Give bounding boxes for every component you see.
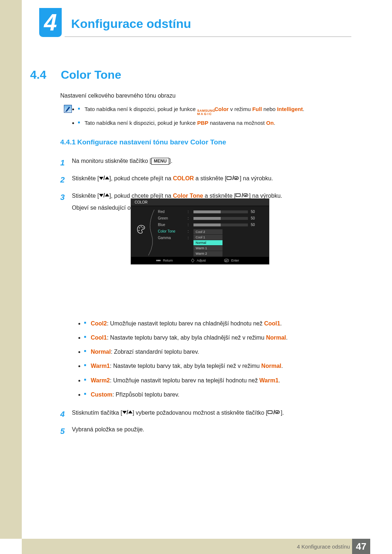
- osd-curve: [147, 209, 156, 256]
- step-text: ].: [169, 158, 172, 164]
- svg-marker-0: [99, 177, 103, 180]
- step-body: Vybraná položka se použije.: [72, 424, 351, 438]
- osd-bar-green: [193, 217, 248, 220]
- keyword: Color Tone: [173, 192, 203, 198]
- section-heading: 4.4 Color Tone: [30, 68, 121, 82]
- osd-bar-blue: [193, 223, 248, 226]
- osd-value: 50: [251, 216, 255, 223]
- tone-item-custom: Custom: Přizpůsobí teplotu barev.: [84, 390, 351, 399]
- step-text: ] na výrobku.: [249, 192, 282, 198]
- subsection-title: Konfigurace nastavení tónu barev Color T…: [77, 138, 226, 146]
- step-5: 5 Vybraná položka se použije.: [60, 424, 351, 438]
- note-text: Tato nabídka není k dispozici, pokud je …: [85, 120, 197, 126]
- step-2: 2 Stiskněte [/], pokud chcete přejít na …: [60, 173, 351, 186]
- step-text: ] vyberte požadovanou možnost a stisknět…: [132, 409, 268, 415]
- desc-text: .: [278, 377, 280, 383]
- desc-text: .: [280, 320, 282, 327]
- tone-desc-list: Cool2: Umožňuje nastavit teplotu barev n…: [84, 319, 351, 399]
- step-text: ].: [281, 409, 284, 415]
- desc-text: : Přizpůsobí teplotu barev.: [113, 391, 180, 398]
- svg-marker-24: [225, 260, 226, 262]
- osd-colons: :::::: [188, 210, 189, 242]
- step-text: a stiskněte [: [194, 175, 226, 181]
- page-footer: 4 Konfigurace odstínu 47: [22, 539, 370, 554]
- tone-item-warm2: Warm2: Umožňuje nastavit teplotu barev n…: [84, 376, 351, 385]
- tone-item-warm1: Warm1: Nastavte teplotu barvy tak, aby b…: [84, 361, 351, 371]
- chapter-rule: [65, 36, 351, 37]
- svg-marker-9: [244, 195, 245, 196]
- svg-marker-11: [128, 411, 132, 414]
- down-up-arrows-icon: /: [99, 173, 109, 183]
- step-text: ], pokud chcete přejít na: [109, 192, 173, 198]
- svg-marker-6: [105, 194, 109, 197]
- keyword: Warm1: [260, 377, 279, 383]
- keyword: Cool1: [264, 320, 280, 327]
- steps-list: 1 Na monitoru stiskněte tlačítko [MENU].…: [60, 152, 351, 438]
- keyword: Cool2: [91, 320, 107, 327]
- chapter-title: Konfigurace odstínu: [71, 17, 191, 31]
- subsection-number: 4.4.1: [60, 138, 75, 146]
- desc-text: : Nastavte teplotu barvy tak, aby byla t…: [110, 363, 261, 369]
- svg-marker-4: [235, 178, 236, 179]
- step-body: Na monitoru stiskněte tlačítko [MENU].: [72, 156, 351, 169]
- osd-label: Gamma: [158, 236, 175, 242]
- keyword: Warm2: [91, 377, 110, 383]
- osd-adjust: Adjust: [191, 259, 206, 262]
- keyword: Warm1: [91, 363, 110, 369]
- step-text: Stisknutím tlačítka [: [72, 409, 122, 415]
- note-text: nastavena na možnost: [208, 120, 266, 126]
- desc-text: .: [286, 335, 287, 341]
- step-number: 3: [60, 190, 67, 404]
- svg-point-17: [143, 227, 144, 229]
- svg-rect-23: [224, 259, 229, 262]
- osd-label: Red: [158, 210, 175, 216]
- osd-footer-label: Return: [163, 259, 173, 262]
- keyword: Normal: [266, 335, 286, 341]
- keyword: Normal: [261, 363, 281, 369]
- note-item: Tato nabídka není k dispozici, pokud je …: [78, 119, 304, 127]
- osd-labels: Red Green Blue Color Tone Gamma: [158, 210, 175, 242]
- step-text: Stiskněte [: [72, 192, 99, 198]
- keyword: Normal: [91, 349, 111, 355]
- svg-rect-21: [159, 260, 160, 261]
- svg-rect-2: [227, 177, 231, 180]
- svg-marker-14: [276, 412, 277, 413]
- osd-title: COLOR: [131, 199, 269, 206]
- osd-footer: Return Adjust Enter: [131, 257, 269, 264]
- osd-label: Green: [158, 216, 175, 223]
- step-number: 2: [60, 173, 67, 186]
- page-number: 47: [352, 539, 370, 554]
- step-text: ] na výrobku.: [240, 175, 273, 181]
- osd-enter: Enter: [224, 259, 239, 262]
- desc-text: .: [281, 363, 283, 369]
- desc-text: : Zobrazí standardní teplotu barev.: [111, 349, 199, 355]
- step-number: 1: [60, 156, 67, 169]
- svg-rect-12: [268, 411, 272, 414]
- step-number: 5: [60, 424, 67, 438]
- section-title: Color Tone: [61, 68, 121, 81]
- osd-value: 50: [251, 223, 255, 229]
- step-body: Stiskněte [/], pokud chcete přejít na CO…: [72, 173, 351, 186]
- step-text: a stiskněte [: [203, 192, 236, 198]
- osd-value: 50: [251, 210, 255, 216]
- intro-text: Nastavení celkového barevného tónu obraz…: [60, 93, 176, 99]
- osd-label-active: Color Tone: [158, 229, 175, 236]
- keyword: Custom: [91, 391, 113, 398]
- tone-item-normal: Normal: Zobrazí standardní teplotu barev…: [84, 347, 351, 357]
- source-enter-icon: /: [268, 407, 281, 417]
- osd-footer-label: Adjust: [197, 259, 206, 262]
- note-text: .: [303, 106, 304, 112]
- desc-text: : Umožňuje nastavit teplotu barev na chl…: [107, 320, 264, 327]
- step-text: Stiskněte [: [72, 175, 99, 181]
- note-text: nebo: [262, 106, 277, 112]
- source-enter-icon: /: [226, 173, 240, 183]
- subsection-heading: 4.4.1 Konfigurace nastavení tónu barev C…: [60, 138, 226, 146]
- svg-rect-8: [244, 194, 248, 197]
- svg-rect-3: [234, 177, 238, 180]
- keyword: Intelligent: [277, 106, 303, 112]
- section-number: 4.4: [30, 68, 59, 82]
- keyword: Full: [252, 106, 262, 112]
- svg-rect-20: [158, 260, 159, 261]
- desc-text: : Umožňuje nastavit teplotu barev na tep…: [110, 377, 260, 383]
- svg-rect-7: [236, 194, 240, 197]
